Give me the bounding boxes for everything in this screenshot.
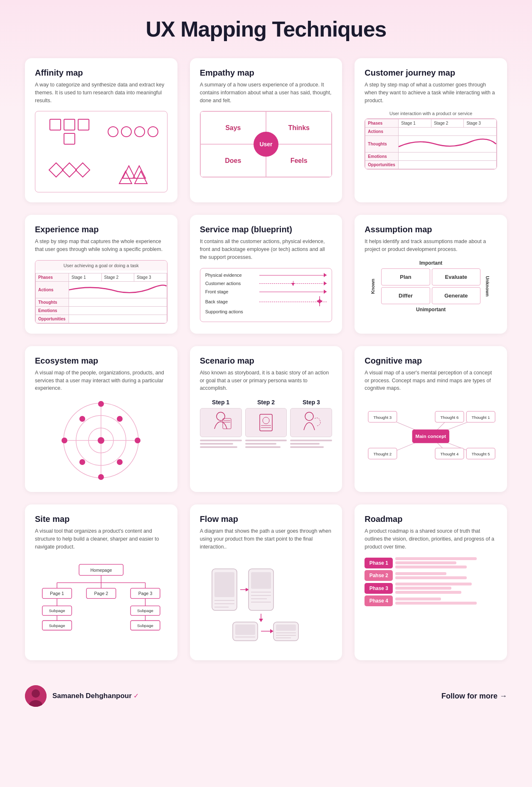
svg-point-16 xyxy=(98,474,104,480)
diamond-shape xyxy=(62,162,77,178)
scenario-step-3: Step 3 xyxy=(290,399,332,450)
blueprint-row-backstage: Back stage xyxy=(205,298,327,306)
square-shape xyxy=(78,119,89,130)
blueprint-row-supporting: Supporting actions xyxy=(205,309,327,314)
roadmap-bar xyxy=(395,572,446,575)
table-row: Opportunities xyxy=(365,161,497,169)
blueprint-desc: It contains all the customer actions, ph… xyxy=(200,238,332,261)
svg-point-22 xyxy=(217,412,225,421)
assumption-quadrants: Plan Evaluate Differ Generate xyxy=(381,268,480,304)
svg-text:Thought 6: Thought 6 xyxy=(441,415,459,420)
footer-name-container: Samaneh Dehghanpour ✓ xyxy=(52,692,139,700)
blueprint-label: Supporting actions xyxy=(205,309,259,314)
assumption-title: Assumption map xyxy=(365,225,497,234)
affinity-squares xyxy=(39,116,99,148)
row-label: Actions xyxy=(365,128,399,136)
roadmap-bar xyxy=(395,566,466,568)
roadmap-row: Phase 4 xyxy=(365,595,497,606)
circle-shape xyxy=(108,126,118,137)
table-row: Emotions xyxy=(36,306,167,315)
follow-button[interactable]: Follow for more → xyxy=(441,692,507,701)
experience-title: Experience map xyxy=(35,225,167,234)
svg-text:Thought 4: Thought 4 xyxy=(441,452,459,456)
svg-text:Subpage: Subpage xyxy=(49,608,65,613)
roadmap-diagram: Phase 1 Pahse 2 P xyxy=(365,557,497,606)
table-row: Emotions xyxy=(365,152,497,161)
roadmap-card: Roadmap A product roadmap is a shared so… xyxy=(355,504,507,660)
cards-grid: Affinity map A way to categorize and syn… xyxy=(25,58,507,660)
circle-shape xyxy=(148,126,158,137)
roadmap-bar xyxy=(395,557,477,560)
row-label: Emotions xyxy=(365,152,399,161)
row-cell xyxy=(69,298,167,306)
verified-icon: ✓ xyxy=(133,692,139,699)
row-cell xyxy=(399,128,497,136)
row-cell: Stage 2 xyxy=(431,119,464,128)
emotions-wave xyxy=(399,136,497,152)
assumption-known: Known xyxy=(371,278,376,294)
assumption-unimportant: Unimportant xyxy=(373,307,489,312)
row-label: Phases xyxy=(365,119,399,128)
affinity-diagram xyxy=(35,111,167,192)
roadmap-phase-bars xyxy=(395,598,497,605)
affinity-triangles xyxy=(103,152,163,188)
scenario-title: Scenario map xyxy=(200,356,332,366)
page: UX Mapping Techniques Affinity map A way… xyxy=(0,0,532,732)
table-row: Phases Stage 1 Stage 2 Stage 3 xyxy=(365,119,497,128)
journey-diagram: User interaction with a product or servi… xyxy=(365,111,497,170)
svg-point-27 xyxy=(263,417,269,424)
svg-point-30 xyxy=(305,412,313,421)
roadmap-phase-label: Phase 3 xyxy=(365,583,393,594)
svg-rect-93 xyxy=(276,625,296,631)
empathy-user-center: User xyxy=(254,132,278,157)
roadmap-phase-label: Pahse 2 xyxy=(365,570,393,581)
sitemap-diagram: Homepage Page 1 Page 2 xyxy=(35,557,167,650)
assumption-generate: Generate xyxy=(432,287,480,304)
assumption-important: Important xyxy=(373,260,489,266)
blueprint-row-physical: Physical evidence xyxy=(205,273,327,278)
blueprint-label: Front stage xyxy=(205,289,259,294)
assumption-diagram: Important Known Unknown Plan Evaluate Di… xyxy=(365,260,497,312)
affinity-title: Affinity map xyxy=(35,68,167,78)
cognitive-diagram: Main concept Thought 3 Thought 2 Thought… xyxy=(365,399,497,474)
experience-desc: A step by step map that captures the who… xyxy=(35,238,167,253)
roadmap-bar xyxy=(395,561,456,564)
roadmap-bar xyxy=(395,598,441,600)
square-shape xyxy=(64,133,75,145)
row-cell xyxy=(69,315,167,323)
assumption-plan: Plan xyxy=(381,268,430,285)
experience-table-container: User achieving a goal or doing a task Ph… xyxy=(35,260,167,324)
journey-table: Phases Stage 1 Stage 2 Stage 3 Actions T… xyxy=(365,119,497,169)
row-label: Phases xyxy=(36,273,69,281)
cognitive-desc: A visual map of a user's mental percepti… xyxy=(365,369,497,392)
svg-point-18 xyxy=(117,416,123,422)
svg-marker-87 xyxy=(259,619,263,622)
svg-text:Subpage: Subpage xyxy=(49,623,65,628)
assumption-unknown: Unknown xyxy=(485,276,490,297)
blueprint-row-customer: Customer actions xyxy=(205,281,327,286)
svg-text:Page 2: Page 2 xyxy=(94,591,108,596)
roadmap-bar xyxy=(395,587,451,590)
svg-point-17 xyxy=(62,438,67,443)
experience-table: Phases Stage 1 Stage 2 Stage 3 Actions xyxy=(35,273,167,323)
table-row: Actions xyxy=(36,281,167,298)
flowmap-title: Flow map xyxy=(200,514,332,524)
page-title: UX Mapping Techniques xyxy=(25,17,507,42)
sitemap-desc: A visual tool that organizes a product's… xyxy=(35,527,167,551)
svg-text:Page 1: Page 1 xyxy=(50,591,64,596)
table-row: Thoughts xyxy=(365,136,497,152)
scenario-desc: Also known as storyboard, it is a basic … xyxy=(200,369,332,392)
svg-text:Thought 5: Thought 5 xyxy=(472,452,490,456)
experience-diagram: User achieving a goal or doing a task Ph… xyxy=(35,260,167,324)
scenario-step-1: Step 1 xyxy=(200,399,242,450)
scenario-card: Scenario map Also known as storyboard, i… xyxy=(190,346,342,492)
row-cell xyxy=(399,161,497,169)
blueprint-row-frontstage: Front stage xyxy=(205,289,327,294)
roadmap-row: Phase 1 xyxy=(365,557,497,568)
scenario-image-3 xyxy=(290,408,332,437)
row-cell xyxy=(69,306,167,315)
flowmap-desc: A diagram that shows the path a user goe… xyxy=(200,527,332,551)
sitemap-card: Site map A visual tool that organizes a … xyxy=(25,504,177,660)
diamond-shape xyxy=(48,162,64,178)
blueprint-label: Back stage xyxy=(205,299,259,304)
